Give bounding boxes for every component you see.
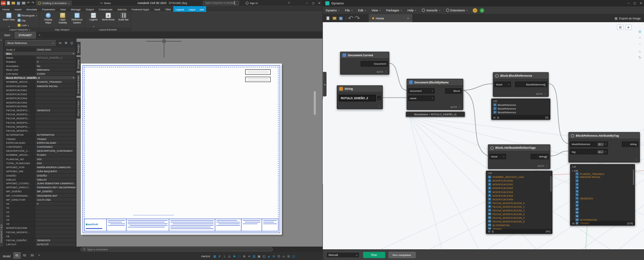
ribbon-tab[interactable]: Annotate: [24, 6, 40, 12]
run-mode-select[interactable]: Manual: [326, 252, 360, 258]
display-maps-button[interactable]: Display Maps: [42, 13, 55, 24]
palette-side-tab[interactable]: Extended Data: [76, 73, 80, 96]
property-row[interactable]: Misc: [4, 52, 75, 56]
rectangular-button[interactable]: Rectangular: [18, 13, 37, 17]
output-port-block[interactable]: Block: [445, 88, 462, 93]
reference-system-button[interactable]: Reference System: [70, 13, 84, 24]
redo-icon[interactable]: ↷: [32, 1, 34, 5]
layout-tab[interactable]: +: [36, 252, 42, 258]
palette-side-tab[interactable]: Design: [76, 42, 80, 55]
status-icon[interactable]: ▨: [252, 254, 257, 259]
search-box[interactable]: Type a keyword or phrase: [203, 1, 239, 5]
property-row[interactable]: FECHA_MODIFIC...: [4, 121, 75, 125]
property-row[interactable]: MODIFICACION1: [4, 88, 75, 92]
property-value[interactable]: PLANO: [35, 153, 75, 157]
status-icon[interactable]: ≡: [247, 254, 252, 259]
property-row[interactable]: LAYOUT 01*D717F: [4, 242, 75, 246]
list-group-row[interactable]: List: [571, 169, 635, 172]
property-value[interactable]: 28/08/2023: [35, 109, 75, 112]
property-value[interactable]: FERNANDO REY VALDERRAMA: [35, 186, 75, 189]
notification-info-badge[interactable]: i: [473, 8, 477, 12]
search-icon[interactable]: [234, 1, 235, 4]
property-value[interactable]: [35, 234, 75, 238]
layout-tab[interactable]: 01: [13, 252, 21, 258]
graph-canvas[interactable]: ◂ ▦ ◉ ◎ + − ⌂ ↻ Document.Current Docume: [323, 22, 644, 249]
property-row[interactable]: TRAMO TRAMO: [4, 137, 75, 141]
node-menu-icon[interactable]: [459, 106, 462, 109]
input-port-name[interactable]: name: [408, 95, 434, 101]
property-value[interactable]: 00X: [35, 157, 75, 161]
quick-select-icon[interactable]: [64, 41, 68, 45]
input-port-blockreference[interactable]: blockReference@L1: [570, 141, 608, 147]
property-value[interactable]: MP_DISEÑO: [35, 190, 75, 193]
save-icon[interactable]: [338, 16, 343, 20]
node-menu-icon[interactable]: [544, 92, 547, 96]
panel-label[interactable]: Map Viewport: [40, 27, 85, 31]
insert-view-button[interactable]: Insert View: [1, 13, 16, 28]
node-document-current[interactable]: Document.Current Document AUTO: [340, 52, 389, 75]
sign-in[interactable]: Sign In: [246, 1, 258, 5]
property-row[interactable]: V0 0: [4, 202, 75, 206]
property-row[interactable]: MP_DIRECTOR 12174 CND: [4, 198, 75, 202]
property-row[interactable]: V5: [4, 222, 75, 226]
property-value[interactable]: [35, 129, 75, 132]
property-value[interactable]: ALTERNATIVA: [35, 133, 75, 136]
status-icon[interactable]: ∠: [227, 254, 232, 259]
property-value[interactable]: [35, 210, 75, 213]
property-row[interactable]: Scale Z 25400.0000: [4, 48, 75, 52]
property-row[interactable]: Block:ROTULO_DISEÑO_2: [4, 76, 75, 80]
property-row[interactable]: V2: [4, 210, 75, 214]
node-header[interactable]: BlockReference.AttributeByTag: [569, 133, 640, 139]
menu-item[interactable]: View: [369, 7, 383, 14]
ribbon-tab[interactable]: Output: [83, 6, 96, 12]
property-row[interactable]: Annotative No: [4, 64, 75, 68]
maximize-button[interactable]: [632, 0, 638, 6]
property-row[interactable]: V4: [4, 218, 75, 222]
north-arrow-button[interactable]: North Arrow: [101, 13, 115, 21]
property-value[interactable]: 12174 CND: [35, 198, 75, 201]
node-header[interactable]: String: [337, 86, 382, 92]
redo-icon[interactable]: ↷: [355, 16, 360, 20]
property-value[interactable]: DISEÑO: [35, 173, 75, 177]
toggle-pickadd-icon[interactable]: [58, 41, 62, 45]
output-port-strings[interactable]: string[]: [531, 154, 549, 159]
node-header[interactable]: Document.BlockByName: [407, 79, 463, 86]
input-port-tag[interactable]: tag@L2: [570, 149, 608, 154]
property-row[interactable]: FECHA_DISEÑO 28/08/2023: [4, 238, 75, 242]
help-icon[interactable]: ?: [287, 1, 291, 5]
run-button[interactable]: Run: [363, 252, 385, 258]
minimize-button[interactable]: [626, 0, 632, 6]
property-value[interactable]: ESPECIALIDAD: [35, 141, 75, 145]
model-tab[interactable]: Model: [0, 253, 13, 259]
property-value[interactable]: [35, 230, 75, 234]
node-document-blockbyname[interactable]: Document.BlockByName document name Block…: [407, 79, 463, 110]
command-input[interactable]: Type a command: [80, 247, 273, 252]
ribbon-tab[interactable]: Insert: [12, 6, 24, 12]
lock-button[interactable]: Lock: [18, 23, 29, 27]
maximize-button[interactable]: [310, 0, 316, 6]
status-icon[interactable]: #: [217, 254, 222, 259]
scrollbar[interactable]: [633, 170, 634, 185]
scrollbar[interactable]: [550, 176, 552, 192]
status-icon[interactable]: ⊥: [222, 254, 227, 259]
property-value[interactable]: [35, 100, 75, 104]
panel-label[interactable]: Layout Viewports: [0, 27, 40, 31]
ribbon-tab[interactable]: Add-ins: [115, 6, 129, 12]
level-badge[interactable]: @L1: [597, 143, 603, 146]
property-row[interactable]: V3: [4, 214, 75, 218]
node-block-blockreferences[interactable]: Block.BlockReferences block BlockReferen…: [493, 72, 549, 97]
workspace-switcher[interactable]: Drafting & Annotation: [36, 1, 71, 5]
palette-side-tab[interactable]: Display: [76, 57, 80, 71]
input-port-block[interactable]: block: [494, 82, 511, 87]
property-row[interactable]: MODIFICACION6: [4, 226, 75, 230]
menu-item[interactable]: Edit: [355, 7, 369, 14]
property-value[interactable]: 0520258005 ANT: [35, 194, 75, 197]
menu-item[interactable]: monocle: [419, 7, 443, 14]
export-as-image-button[interactable]: Export as Image: [614, 14, 641, 22]
property-row[interactable]: Block Unit Millimeters: [4, 68, 75, 72]
palette-side-tab[interactable]: Object Class: [76, 98, 80, 118]
property-row[interactable]: MODIFICACION5: [4, 105, 75, 109]
property-row[interactable]: ESPECIALIDAD ESPECIALIDAD: [4, 141, 75, 145]
property-value[interactable]: [35, 113, 75, 116]
scale-bar-button[interactable]: Scale Bar: [117, 13, 130, 21]
